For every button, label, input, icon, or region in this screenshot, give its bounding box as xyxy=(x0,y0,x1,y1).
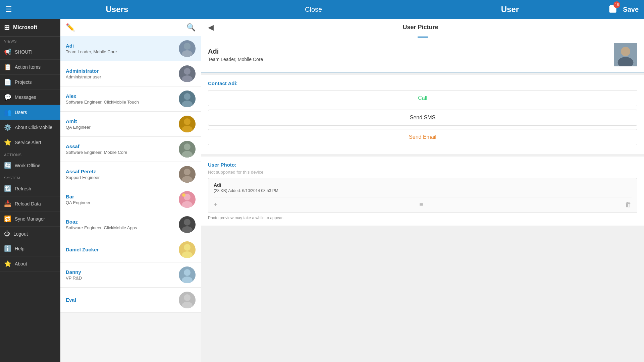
user-info-block: Adi Team Leader, Mobile Core xyxy=(201,38,644,72)
user-name: Bar xyxy=(66,194,179,199)
user-item-eval[interactable]: Eval xyxy=(60,288,201,313)
edit-icon[interactable]: ✏️ xyxy=(66,23,75,32)
add-photo-button[interactable]: + xyxy=(214,201,218,208)
user-list-panel: ✏️ 🔍 Adi Team Leader, Mobile Core xyxy=(60,19,201,362)
app-header: ☰ Users Close User 18 Save xyxy=(0,0,644,19)
views-label: Views xyxy=(0,37,60,45)
svg-point-10 xyxy=(184,143,191,150)
system-label: System xyxy=(0,173,60,181)
svg-point-26 xyxy=(621,47,630,56)
sidebar-item-reload-data[interactable]: 📥 Reload Data xyxy=(0,196,60,212)
back-button[interactable]: ◀ xyxy=(208,23,214,32)
call-button[interactable]: Call xyxy=(208,90,637,106)
sidebar-item-messages[interactable]: 💬 Messages xyxy=(0,90,60,105)
user-name: Adi xyxy=(66,43,179,49)
sidebar-item-label: Sync Manager xyxy=(15,216,45,222)
detail-panel: ◀ User Picture Adi Team Leader, Mobile C… xyxy=(201,19,644,362)
user-name: Assaf xyxy=(66,143,179,149)
user-role: Software Engineer, ClickMobile Apps xyxy=(66,225,179,230)
user-detail-name: Adi xyxy=(208,48,263,55)
svg-point-22 xyxy=(182,277,193,283)
avatar xyxy=(179,116,196,132)
actions-label: Actions xyxy=(0,150,60,158)
user-item-danny[interactable]: Danny VP R&D xyxy=(60,262,201,288)
header-title: Users xyxy=(19,5,215,14)
avatar xyxy=(179,40,196,57)
user-item-amit[interactable]: Amit QA Engineer xyxy=(60,112,201,137)
refresh-icon: 🔃 xyxy=(4,185,11,192)
about-icon: ⭐ xyxy=(4,260,11,267)
service-alert-icon: ⭐ xyxy=(4,139,11,146)
send-sms-button[interactable]: Send SMS xyxy=(208,110,637,126)
send-email-button[interactable]: Send Email xyxy=(208,129,637,145)
user-detail-photo xyxy=(614,43,637,66)
photo-preview-note: Photo preview may take a while to appear… xyxy=(208,216,637,220)
sidebar-item-label: SHOUT! xyxy=(15,49,33,55)
microsoft-label: Microsoft xyxy=(13,24,37,31)
svg-point-12 xyxy=(184,169,191,175)
user-item-daniel-zucker[interactable]: Daniel Zucker xyxy=(60,237,201,262)
list-photo-button[interactable]: ≡ xyxy=(419,201,423,208)
menu-icon[interactable]: ☰ xyxy=(5,5,12,14)
user-name: Boaz xyxy=(66,219,179,225)
photo-actions: + ≡ 🗑 xyxy=(214,197,632,208)
user-item-info: Danny VP R&D xyxy=(66,269,179,281)
sidebar-item-label: Logout xyxy=(13,231,28,237)
sidebar-item-action-items[interactable]: 📋 Action Items xyxy=(0,60,60,75)
contact-label: Contact Adi: xyxy=(208,80,637,86)
search-icon[interactable]: 🔍 xyxy=(186,23,196,32)
sidebar-item-logout[interactable]: ⏻ Logout xyxy=(0,227,60,241)
action-items-icon: 📋 xyxy=(4,63,11,71)
sidebar-item-help[interactable]: ℹ️ Help xyxy=(0,241,60,256)
avatar xyxy=(179,166,196,183)
svg-point-5 xyxy=(182,75,193,82)
sidebar-item-work-offline[interactable]: 🔄 Work Offline xyxy=(0,158,60,173)
user-detail-info: Adi Team Leader, Mobile Core xyxy=(208,48,263,62)
sidebar-item-shout[interactable]: 📢 SHOUT! xyxy=(0,45,60,60)
user-name: Amit xyxy=(66,118,179,124)
svg-point-8 xyxy=(184,118,191,125)
user-item-adi[interactable]: Adi Team Leader, Mobile Core xyxy=(60,36,201,61)
user-item-administrator[interactable]: Administrator Administrator user xyxy=(60,61,201,86)
user-list-toolbar: ✏️ 🔍 xyxy=(60,19,201,36)
sidebar-item-about-clickmobile[interactable]: ⚙️ About ClickMobile xyxy=(0,120,60,135)
sidebar-item-label: Refresh xyxy=(15,186,31,191)
projects-icon: 📄 xyxy=(4,78,11,86)
sidebar-item-about[interactable]: ⭐ About xyxy=(0,256,60,272)
sidebar-item-refresh[interactable]: 🔃 Refresh xyxy=(0,181,60,196)
user-item-info: Bar QA Engineer xyxy=(66,194,179,205)
svg-point-6 xyxy=(184,93,191,100)
save-button[interactable]: Save xyxy=(623,6,639,13)
user-role: Administrator user xyxy=(66,74,179,79)
user-name: Assaf Peretz xyxy=(66,169,179,174)
messages-icon: 💬 xyxy=(4,94,11,101)
user-item-assaf[interactable]: Assaf Software Engineer, Mobile Core xyxy=(60,137,201,162)
sidebar-item-label: About ClickMobile xyxy=(15,125,52,130)
user-name: Administrator xyxy=(66,68,179,74)
sidebar-item-projects[interactable]: 📄 Projects xyxy=(0,75,60,90)
svg-point-4 xyxy=(184,68,191,75)
avatar xyxy=(179,191,196,208)
sidebar-item-service-alert[interactable]: ⭐ Service Alert xyxy=(0,135,60,150)
avatar xyxy=(179,90,196,107)
sidebar-item-label: Users xyxy=(15,110,27,115)
user-item-assaf-peretz[interactable]: Assaf Peretz Support Engineer xyxy=(60,162,201,187)
avatar xyxy=(179,141,196,158)
photo-not-supported-text: Not supported for this device xyxy=(208,170,637,175)
svg-point-23 xyxy=(184,294,191,301)
user-item-alex[interactable]: Alex Software Engineer, ClickMobile Touc… xyxy=(60,86,201,112)
cart-icon[interactable]: 18 xyxy=(608,4,618,15)
user-role: QA Engineer xyxy=(66,200,179,205)
sidebar-item-sync-manager[interactable]: 🔁 Sync Manager xyxy=(0,212,60,227)
user-role: Software Engineer, Mobile Core xyxy=(66,150,179,155)
cart-badge: 18 xyxy=(613,1,620,8)
user-role: Team Leader, Mobile Core xyxy=(66,49,179,54)
close-button[interactable]: Close xyxy=(215,6,412,13)
svg-point-16 xyxy=(182,193,185,197)
user-item-boaz[interactable]: Boaz Software Engineer, ClickMobile Apps xyxy=(60,212,201,237)
user-item-bar[interactable]: Bar QA Engineer xyxy=(60,187,201,212)
sidebar-item-users[interactable]: 👥 Users xyxy=(0,105,60,120)
delete-photo-button[interactable]: 🗑 xyxy=(625,201,632,208)
user-role: Software Engineer, ClickMobile Touch xyxy=(66,100,179,105)
sidebar-item-label: Help xyxy=(15,246,24,251)
